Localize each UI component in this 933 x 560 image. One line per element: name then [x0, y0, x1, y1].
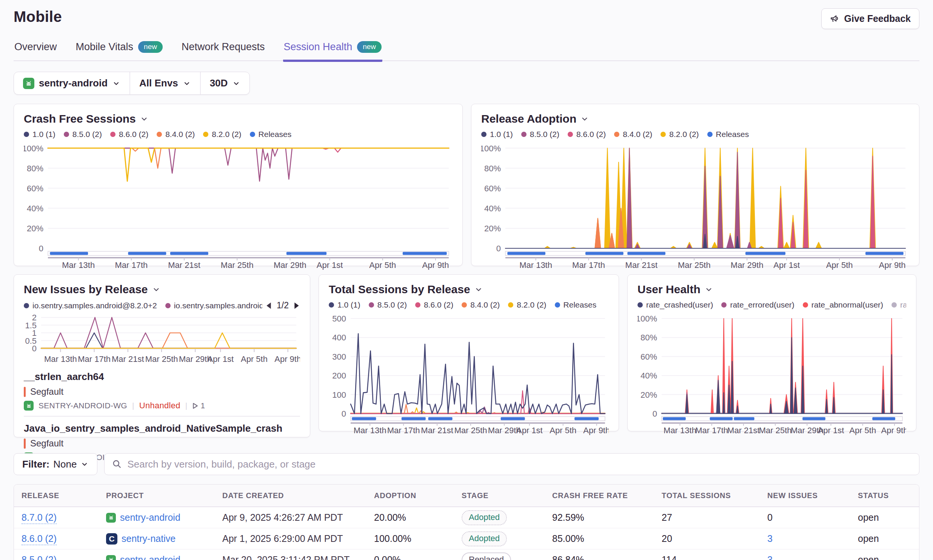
svg-text:Mar 21st: Mar 21st — [727, 426, 760, 435]
legend-item[interactable]: 8.4.0 (2) — [614, 130, 652, 139]
table-row: 8.5.0 (2) sentry-android Mar 20, 2025 3:… — [14, 549, 919, 560]
date-created-cell: Apr 9, 2025 4:26:27 AM PDT — [215, 512, 366, 523]
legend-label: rate_errored(user) — [730, 300, 794, 309]
release-search-input[interactable] — [127, 454, 911, 475]
legend-label: 8.4.0 (2) — [623, 130, 652, 139]
svg-text:80%: 80% — [484, 164, 501, 173]
legend-item[interactable]: rate_healthy(user) — [891, 300, 906, 309]
environment-selector[interactable]: All Envs — [129, 72, 200, 94]
legend-item[interactable]: 8.6.0 (2) — [568, 130, 606, 139]
chevron-down-icon[interactable] — [704, 285, 713, 294]
new-badge: new — [138, 41, 163, 53]
legend-item[interactable]: 8.6.0 (2) — [110, 130, 148, 139]
legend-item[interactable]: 8.2.0 (2) — [660, 130, 699, 139]
filter-button[interactable]: Filter: None — [14, 453, 97, 475]
legend-dot-icon — [24, 303, 29, 308]
svg-text:Apr 5th: Apr 5th — [826, 260, 853, 270]
tab-mobile-vitals[interactable]: Mobile Vitals new — [75, 41, 163, 62]
svg-text:Apr 5th: Apr 5th — [849, 426, 876, 435]
new-issues-chart[interactable]: 00.511.52Mar 13thMar 17thMar 21stMar 25t… — [24, 311, 300, 365]
total-sessions-chart[interactable]: 0100200300400500Mar 13thMar 17thMar 21st… — [329, 311, 609, 436]
legend-item[interactable]: 8.4.0 (2) — [462, 300, 500, 309]
search-icon — [112, 459, 122, 469]
date-range-selector[interactable]: 30D — [200, 72, 250, 94]
crash-free-sessions-chart[interactable]: 020%40%60%80%100%Mar 13thMar 17thMar 21s… — [24, 140, 453, 271]
give-feedback-button[interactable]: Give Feedback — [821, 8, 919, 29]
next-page-icon[interactable] — [293, 302, 300, 309]
new-issues-link[interactable]: 3 — [767, 554, 773, 560]
chevron-down-icon[interactable] — [474, 285, 483, 294]
col-status: STATUS — [850, 491, 919, 500]
chevron-down-icon[interactable] — [140, 114, 149, 123]
legend-item[interactable]: 8.2.0 (2) — [203, 130, 241, 139]
legend-label: 8.2.0 (2) — [517, 300, 546, 309]
legend-item[interactable]: 1.0 (1) — [481, 130, 513, 139]
legend-label: io.sentry.samples.android@8.4.0+2 — [174, 301, 262, 310]
legend-item[interactable]: 8.5.0 (2) — [521, 130, 559, 139]
svg-text:Mar 25th: Mar 25th — [759, 426, 792, 435]
project-link[interactable]: sentry-native — [122, 533, 176, 544]
stage-badge: Adopted — [462, 510, 507, 525]
release-link[interactable]: 8.5.0 (2) — [22, 554, 57, 560]
project-selector[interactable]: sentry-android — [14, 72, 129, 94]
issue-title-link[interactable]: __strlen_aarch64 — [24, 371, 300, 383]
svg-text:400: 400 — [332, 333, 346, 342]
release-link[interactable]: 8.7.0 (2) — [22, 512, 57, 524]
legend-item[interactable]: io.sentry.samples.android@8.4.0+2 — [165, 301, 262, 310]
legend-item[interactable]: Releases — [250, 130, 292, 139]
release-adoption-chart[interactable]: 020%40%60%80%100%Mar 13thMar 17thMar 21s… — [481, 140, 909, 271]
col-stage: STAGE — [454, 491, 545, 500]
tab-session-health[interactable]: Session Health new — [283, 41, 382, 62]
user-health-legend: rate_crashed(user)rate_errored(user)rate… — [637, 300, 906, 309]
svg-text:40%: 40% — [484, 204, 501, 213]
legend-item[interactable]: 8.2.0 (2) — [508, 300, 546, 309]
svg-text:Mar 25th: Mar 25th — [145, 354, 178, 364]
legend-item[interactable]: 8.5.0 (2) — [64, 130, 102, 139]
legend-label: 1.0 (1) — [337, 300, 360, 309]
legend-item[interactable]: rate_abnormal(user) — [803, 300, 883, 309]
crash-free-rate-cell: 92.59% — [545, 512, 654, 523]
play-icon — [192, 403, 198, 409]
android-icon — [106, 555, 116, 560]
legend-item[interactable]: 8.6.0 (2) — [415, 300, 453, 309]
legend-dot-icon — [157, 132, 162, 137]
table-row: 8.7.0 (2) sentry-android Apr 9, 2025 4:2… — [14, 507, 919, 528]
issue-title-link[interactable]: Java_io_sentry_samples_android_NativeSam… — [24, 423, 300, 434]
legend-item[interactable]: 8.5.0 (2) — [369, 300, 407, 309]
tab-network-requests[interactable]: Network Requests — [181, 41, 266, 62]
project-link[interactable]: sentry-android — [120, 554, 180, 560]
legend-item[interactable]: io.sentry.samples.android@8.2.0+2 — [24, 301, 157, 310]
svg-text:Mar 21st: Mar 21st — [421, 426, 453, 435]
date-created-cell: Apr 1, 2025 6:29:00 AM PDT — [215, 533, 366, 544]
prev-page-icon[interactable] — [265, 302, 272, 309]
legend-label: 8.5.0 (2) — [530, 130, 559, 139]
legend-item[interactable]: rate_crashed(user) — [637, 300, 713, 309]
tab-overview[interactable]: Overview — [14, 41, 58, 62]
release-adoption-title: Release Adoption — [481, 112, 576, 125]
svg-text:Apr 5th: Apr 5th — [369, 260, 396, 270]
svg-text:60%: 60% — [484, 184, 501, 193]
user-health-chart[interactable]: 020%40%60%80%100%Mar 13thMar 17thMar 21s… — [637, 311, 906, 436]
svg-text:2: 2 — [32, 313, 37, 322]
status-cell: open — [850, 512, 919, 523]
legend-item[interactable]: rate_errored(user) — [721, 300, 794, 309]
legend-item[interactable]: Releases — [555, 300, 597, 309]
chevron-down-icon[interactable] — [152, 285, 161, 294]
release-link[interactable]: 8.6.0 (2) — [22, 533, 57, 545]
chevron-down-icon[interactable] — [580, 114, 589, 123]
legend-item[interactable]: 1.0 (1) — [329, 300, 360, 309]
svg-text:Mar 17th: Mar 17th — [572, 260, 605, 270]
project-link[interactable]: sentry-android — [120, 512, 180, 523]
new-issues-link[interactable]: 3 — [767, 533, 773, 544]
svg-text:Mar 29th: Mar 29th — [179, 354, 212, 364]
svg-text:60%: 60% — [640, 352, 657, 362]
legend-item[interactable]: 1.0 (1) — [24, 130, 55, 139]
svg-text:60%: 60% — [27, 184, 43, 193]
svg-text:Apr 9th: Apr 9th — [274, 354, 300, 364]
legend-dot-icon — [24, 132, 29, 137]
new-issues-cell: 0 — [760, 512, 850, 523]
legend-label: 8.6.0 (2) — [119, 130, 148, 139]
svg-text:300: 300 — [332, 352, 346, 362]
legend-item[interactable]: 8.4.0 (2) — [157, 130, 195, 139]
legend-item[interactable]: Releases — [707, 130, 749, 139]
